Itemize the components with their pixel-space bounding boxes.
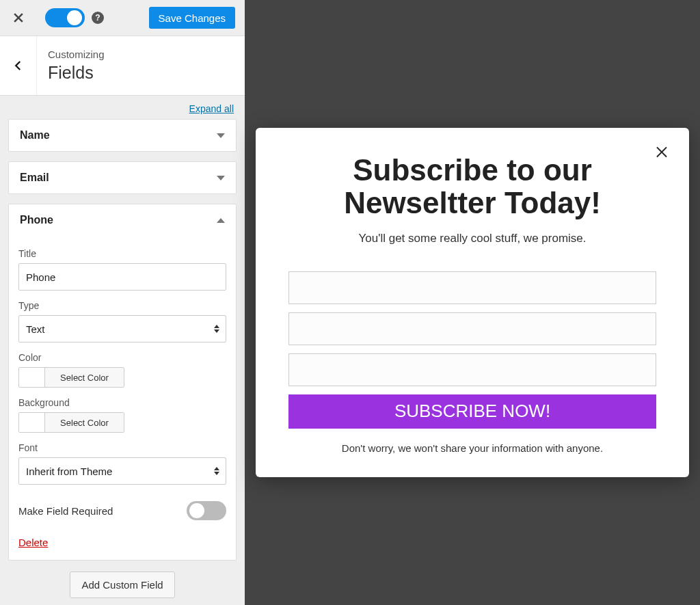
font-label: Font — [18, 442, 226, 453]
title-label: Title — [18, 248, 226, 259]
toggle-area: ? — [37, 8, 104, 27]
select-arrows-icon — [214, 467, 219, 475]
color-swatch — [19, 368, 45, 387]
help-icon[interactable]: ? — [92, 12, 104, 24]
subscribe-button[interactable]: SUBSCRIBE NOW! — [288, 394, 656, 429]
accordion-header-email[interactable]: Email — [9, 162, 236, 193]
modal-input-3[interactable] — [288, 353, 656, 386]
back-button[interactable] — [0, 36, 37, 95]
modal-input-2[interactable] — [288, 312, 656, 345]
select-color-button[interactable]: Select Color — [45, 413, 124, 432]
chevron-left-icon — [12, 59, 25, 72]
required-label: Make Field Required — [18, 505, 113, 517]
modal-privacy-text: Don't worry, we won't share your informa… — [288, 442, 656, 454]
delete-field-link[interactable]: Delete — [18, 537, 48, 548]
preview-canvas: Subscribe to our Newseltter Today! You'l… — [245, 0, 700, 605]
font-select[interactable] — [18, 457, 226, 485]
title-input[interactable] — [18, 263, 226, 291]
newsletter-modal: Subscribe to our Newseltter Today! You'l… — [256, 128, 689, 476]
close-button[interactable] — [0, 0, 37, 36]
accordion-title: Name — [20, 129, 50, 142]
select-arrows-icon — [214, 325, 219, 333]
color-picker[interactable]: Select Color — [18, 367, 124, 388]
breadcrumb: Customizing — [48, 49, 105, 60]
color-swatch — [19, 413, 45, 432]
modal-heading: Subscribe to our Newseltter Today! — [288, 154, 656, 219]
chevron-up-icon — [217, 218, 225, 223]
color-label: Color — [18, 352, 226, 363]
sidebar-header: Customizing Fields — [0, 36, 245, 96]
modal-close-button[interactable] — [654, 143, 670, 162]
page-title: Fields — [48, 63, 105, 83]
type-select[interactable] — [18, 315, 226, 342]
select-color-button[interactable]: Select Color — [45, 368, 124, 387]
chevron-down-icon — [217, 133, 225, 138]
field-list: Name Email Phone Title Type — [0, 119, 245, 561]
accordion-title: Phone — [20, 214, 53, 226]
field-accordion-email: Email — [8, 161, 237, 194]
customizer-sidebar: ? Save Changes Customizing Fields Expand… — [0, 0, 245, 605]
required-toggle[interactable] — [187, 501, 226, 520]
background-color-picker[interactable]: Select Color — [18, 412, 124, 433]
field-accordion-name: Name — [8, 119, 237, 152]
accordion-header-name[interactable]: Name — [9, 120, 236, 151]
preview-toggle[interactable] — [45, 8, 85, 27]
modal-form: SUBSCRIBE NOW! — [288, 271, 656, 429]
close-x-icon — [654, 143, 670, 159]
field-accordion-phone: Phone Title Type Color — [8, 204, 237, 561]
modal-input-1[interactable] — [288, 271, 656, 304]
chevron-down-icon — [217, 176, 225, 180]
background-label: Background — [18, 397, 226, 408]
modal-subtitle: You'll get some really cool stuff, we pr… — [288, 232, 656, 245]
sidebar-topbar: ? Save Changes — [0, 0, 245, 36]
save-button[interactable]: Save Changes — [149, 7, 235, 29]
accordion-title: Email — [20, 172, 49, 184]
add-custom-field-button[interactable]: Add Custom Field — [70, 572, 174, 598]
close-x-icon — [12, 11, 25, 25]
accordion-header-phone[interactable]: Phone — [9, 204, 236, 236]
accordion-body-phone: Title Type Color Select Color — [9, 236, 236, 560]
expand-all-link[interactable]: Expand all — [189, 103, 234, 114]
type-label: Type — [18, 300, 226, 311]
